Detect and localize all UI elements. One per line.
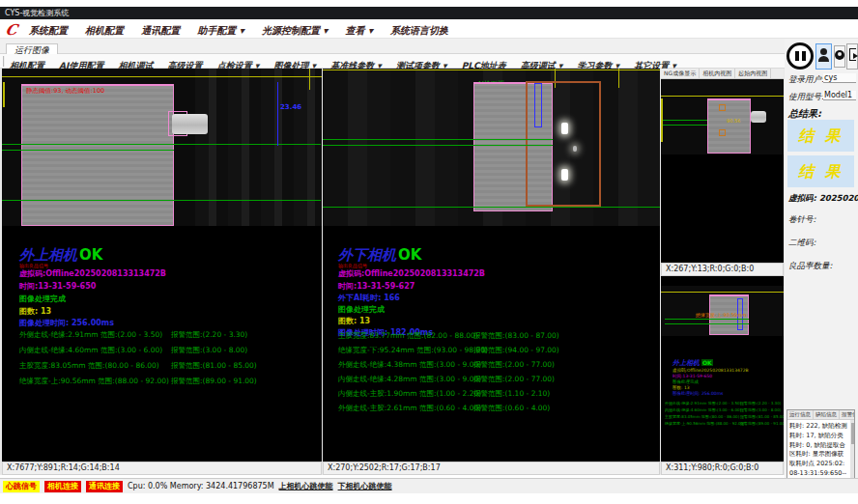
menu-comm-config[interactable]: 通讯配置 [141, 21, 180, 41]
center-camera-view: AI检测框 外下相机OK 输出良品信号 虚拟码:Offline202502081… [323, 69, 660, 462]
left-measure-line-3 [2, 200, 321, 201]
left-product-surface: 静态阈值:93, 动态阈值:100 [21, 84, 174, 226]
left-measurement-row: 绝缘宽度-上:90.56mm 范围:(88.00 - 92.00) [19, 377, 169, 386]
cpu-memory-status: Cpu: 0.0% Memory: 3424.41796875M [128, 482, 274, 490]
status-bar: 心跳信号 相机连接 通讯连接 Cpu: 0.0% Memory: 3424.41… [0, 478, 858, 493]
menu-camera-config[interactable]: 相机配置 [85, 21, 124, 41]
login-user-value[interactable]: cys [823, 73, 856, 83]
mini-alarm-range: 报警范围:(3.00 - 8.00) [740, 407, 781, 412]
right-top-yellow-line [661, 96, 784, 97]
right-top-camera-image[interactable]: 90.56 [661, 79, 784, 154]
result-box-lower: 结 果 [787, 155, 854, 187]
tray-code-label: 虚拟码: 20250208 [788, 193, 858, 205]
left-coordinate-bar: X:7677;Y:891;R:14;G:14;B:14 [2, 462, 322, 475]
center-status-ok: OK [398, 246, 421, 264]
menu-items: 系统配置 相机配置 通讯配置 助手配置 ▾ 光源控制配置 ▾ 查看 ▾ 系统语言… [29, 19, 461, 39]
mini-measurement-row: 外侧走线-绝缘:2.91mm 范围:(2.00 - 3.50) [665, 401, 741, 406]
model-label: 使用型号: [788, 92, 824, 103]
center-alarm-range: 报警范围:(2.00 - 77.00) [473, 360, 555, 370]
total-result-label: 总结果: [788, 107, 821, 121]
center-ai-time: 外下AI耗时: 166 [338, 293, 400, 303]
toolbar: 相机配置 AI使用配置 相机调试 高级设置 点检设置 ▾ 图像处理 ▾ 基准线参… [0, 54, 858, 69]
tab-alarm-info[interactable]: 报警信息 [840, 410, 855, 419]
tab-run-info[interactable]: 运行信息 [787, 410, 814, 419]
center-measurement-row: 绝缘宽度-下:95.24mm 范围:(93.00 - 98.00) [338, 346, 488, 355]
exit-button[interactable] [846, 43, 858, 70]
mini-measurement-row: 主胶宽度:83.05mm 范围:(80.00 - 86.00) [665, 414, 739, 419]
right-bottom-overlay-label: 绝缘宽度-上:90.56mm [696, 312, 747, 318]
center-alarm-range: 报警范围:(1.10 - 2.10) [473, 389, 550, 399]
left-measure-line-1 [2, 144, 321, 145]
menu-system-config[interactable]: 系统配置 [29, 21, 68, 41]
left-connector-part [172, 114, 208, 134]
tray-code-value: 20250208 [819, 193, 858, 203]
right-top-overlay-value: 90.56 [727, 118, 740, 124]
pause-button[interactable] [786, 42, 814, 70]
left-threshold-overlay-text: 静态阈值:93, 动态阈值:100 [26, 87, 104, 96]
right-top-coordinate-bar: X:267;Y:13;R:0;G:0;B:0 [661, 263, 784, 276]
left-alarm-range: 报警范围:(89.00 - 91.00) [171, 377, 257, 386]
right-bottom-yellow-line [661, 292, 784, 293]
left-yellow-guide-vline-right [309, 69, 310, 90]
left-alarm-range: 报警范围:(2.20 - 3.30) [171, 330, 247, 340]
left-measurement-row: 主胶宽度:83.05mm 范围:(80.00 - 86.00) [19, 361, 159, 371]
user-login-button[interactable] [815, 43, 832, 70]
tab-start-inner-view[interactable]: 起始内视图 [735, 69, 771, 78]
pause-icon [795, 51, 799, 61]
comm-connection-badge: 通讯连接 [86, 481, 123, 492]
pause-icon [802, 51, 806, 61]
right-top-measure-line-2 [663, 125, 707, 126]
mini-tray-code: 虚拟码:Offline2025020813313472B [672, 368, 749, 373]
tray-code-label-text: 虚拟码: [788, 193, 816, 203]
right-small-views-column: NG成像显示 相机内视图 起始内视图 90.56 X:267;Y:13;R:0;… [661, 69, 784, 462]
right-top-measure-line-1 [663, 120, 707, 121]
log-scrollbar-thumb[interactable] [851, 423, 854, 444]
needle-number-label: 卷针号: [788, 214, 815, 226]
menu-light-control-config[interactable]: 光源控制配置 ▾ [262, 21, 329, 41]
right-bottom-coordinate-bar: X:311;Y:980;R:0;G:0;B:0 [661, 462, 784, 475]
left-camera-image[interactable]: 静态阈值:93, 动态阈值:100 23.46 [2, 69, 322, 226]
lower-camera-heartbeat-link[interactable]: 下相机心跳使能 [338, 481, 392, 491]
app-window: CYS-视觉检测系统 C 系统配置 相机配置 通讯配置 助手配置 ▾ 光源控制配… [0, 0, 858, 504]
menu-view[interactable]: 查看 ▾ [346, 21, 374, 41]
center-yellow-vline-2 [618, 69, 619, 88]
left-yellow-guide-vline-left [3, 82, 5, 107]
center-camera-image[interactable]: AI检测框 [323, 69, 660, 226]
tab-bar: 运行图像 [0, 39, 858, 54]
menu-language-switch[interactable]: 系统语言切换 [390, 21, 448, 41]
mini-frame-count: 图数: 13 [672, 385, 690, 390]
right-top-pixel-coords: X:267;Y:13;R:0;G:0;B:0 [666, 265, 754, 273]
menu-assistant-config[interactable]: 助手配置 ▾ [197, 21, 244, 41]
side-panel: 登录用户: cys 使用型号: Model1 总结果: 结 果 结 果 虚拟码:… [785, 39, 858, 492]
operator-icon [835, 50, 844, 60]
runtime-info-box: 运行信息 缺陷信息 报警信息 耗时: 222, 缺陷检测耗时: 17, 缺陷分类… [786, 409, 855, 480]
right-bottom-camera-image[interactable]: 绝缘宽度-上:90.56mm [661, 286, 784, 336]
left-time: 时间:13-31-59-650 [19, 281, 96, 292]
operator-button[interactable] [834, 45, 845, 68]
left-camera-view: 静态阈值:93, 动态阈值:100 23.46 外上相机OK 输出良品信号 虚拟… [2, 69, 322, 462]
left-process-done: 图像处理完成 [19, 294, 66, 304]
center-pixel-coords: X:270;Y:2502;R:17;G:17;B:17 [328, 463, 441, 472]
center-measure-line-1 [323, 139, 553, 140]
tab-defect-info[interactable]: 缺陷信息 [814, 410, 840, 419]
center-measurement-row: 内侧走线-绝缘:4.28mm 范围:(3.00 - 9.00) [338, 375, 481, 384]
toolbar-grip [3, 56, 5, 67]
right-bottom-pixel-coords: X:311;Y:980;R:0;G:0;B:0 [666, 463, 758, 472]
qr-code-label: 二维码: [788, 238, 815, 249]
center-measure-line-2 [323, 145, 553, 146]
left-blue-measure-value: 23.46 [280, 103, 301, 111]
center-alarm-range: 报警范围:(83.00 - 87.00) [473, 331, 559, 341]
model-value[interactable]: Model1 [823, 91, 856, 100]
center-measurement-row: 外侧走线-主胶:2.61mm 范围:(0.60 - 4.00) [338, 404, 481, 413]
right-top-roi-2 [719, 129, 726, 136]
left-process-time: 图像处理时间: 256.00ms [19, 318, 114, 328]
upper-camera-heartbeat-link[interactable]: 上相机心跳使能 [279, 481, 333, 491]
mini-process-done: 图像处理完成 [672, 379, 699, 384]
left-blue-measure-line [277, 82, 278, 146]
tab-ng-image-display[interactable]: NG成像显示 [661, 69, 700, 78]
center-measurement-row: 内侧走线-主胶:1.90mm 范围:(1.00 - 2.20) [338, 389, 481, 399]
left-alarm-range: 报警范围:(81.00 - 85.00) [171, 361, 257, 371]
left-frame-count: 图数: 13 [19, 306, 51, 317]
tab-camera-inner-view[interactable]: 相机内视图 [700, 69, 735, 78]
log-scrollbar[interactable] [850, 420, 854, 479]
